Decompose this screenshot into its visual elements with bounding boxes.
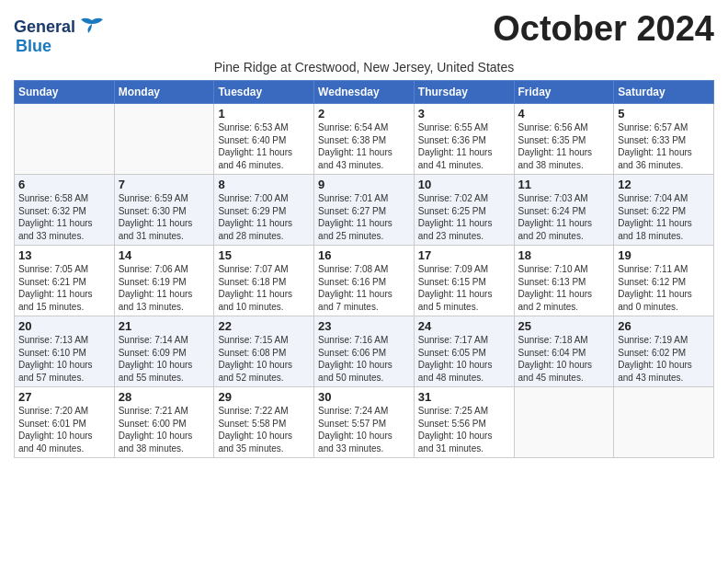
calendar-week-3: 13Sunrise: 7:05 AM Sunset: 6:21 PM Dayli… bbox=[15, 246, 714, 316]
day-number: 9 bbox=[318, 178, 410, 191]
calendar-week-4: 20Sunrise: 7:13 AM Sunset: 6:10 PM Dayli… bbox=[15, 316, 714, 387]
calendar-cell: 18Sunrise: 7:10 AM Sunset: 6:13 PM Dayli… bbox=[514, 246, 614, 316]
calendar-cell: 3Sunrise: 6:55 AM Sunset: 6:36 PM Daylig… bbox=[414, 104, 514, 175]
day-number: 28 bbox=[119, 390, 210, 404]
calendar-cell: 25Sunrise: 7:18 AM Sunset: 6:04 PM Dayli… bbox=[514, 316, 614, 387]
calendar-cell: 28Sunrise: 7:21 AM Sunset: 6:00 PM Dayli… bbox=[114, 387, 214, 458]
calendar-cell: 4Sunrise: 6:56 AM Sunset: 6:35 PM Daylig… bbox=[514, 104, 614, 175]
calendar-cell: 6Sunrise: 6:58 AM Sunset: 6:32 PM Daylig… bbox=[15, 175, 115, 246]
calendar-table: SundayMondayTuesdayWednesdayThursdayFrid… bbox=[14, 80, 714, 458]
day-info: Sunrise: 7:04 AM Sunset: 6:22 PM Dayligh… bbox=[618, 192, 710, 242]
calendar-cell: 29Sunrise: 7:22 AM Sunset: 5:58 PM Dayli… bbox=[214, 387, 314, 458]
day-info: Sunrise: 7:06 AM Sunset: 6:19 PM Dayligh… bbox=[119, 263, 210, 313]
calendar-cell: 19Sunrise: 7:11 AM Sunset: 6:12 PM Dayli… bbox=[614, 246, 714, 316]
calendar-cell bbox=[15, 104, 115, 175]
calendar-cell: 20Sunrise: 7:13 AM Sunset: 6:10 PM Dayli… bbox=[15, 316, 115, 387]
day-number: 5 bbox=[618, 107, 710, 121]
day-number: 7 bbox=[119, 178, 210, 191]
calendar-cell: 26Sunrise: 7:19 AM Sunset: 6:02 PM Dayli… bbox=[614, 316, 714, 387]
calendar-cell: 7Sunrise: 6:59 AM Sunset: 6:30 PM Daylig… bbox=[114, 175, 214, 246]
page-header: General Blue October 2024 bbox=[14, 9, 714, 56]
day-number: 30 bbox=[318, 390, 410, 404]
day-info: Sunrise: 7:19 AM Sunset: 6:02 PM Dayligh… bbox=[618, 334, 710, 384]
logo-blue: Blue bbox=[16, 37, 51, 56]
day-info: Sunrise: 6:56 AM Sunset: 6:35 PM Dayligh… bbox=[518, 121, 610, 171]
calendar-cell: 10Sunrise: 7:02 AM Sunset: 6:25 PM Dayli… bbox=[414, 175, 514, 246]
day-info: Sunrise: 7:10 AM Sunset: 6:13 PM Dayligh… bbox=[518, 263, 610, 313]
day-number: 29 bbox=[218, 390, 310, 404]
calendar-cell: 9Sunrise: 7:01 AM Sunset: 6:27 PM Daylig… bbox=[314, 175, 415, 246]
day-number: 21 bbox=[119, 319, 210, 333]
day-number: 22 bbox=[218, 319, 310, 333]
day-info: Sunrise: 7:15 AM Sunset: 6:08 PM Dayligh… bbox=[218, 334, 310, 384]
day-number: 25 bbox=[518, 319, 610, 333]
logo-bird-icon bbox=[79, 17, 105, 37]
day-info: Sunrise: 7:25 AM Sunset: 5:56 PM Dayligh… bbox=[418, 405, 510, 454]
day-number: 18 bbox=[518, 248, 610, 262]
day-number: 11 bbox=[518, 178, 610, 191]
calendar-cell bbox=[114, 104, 214, 175]
day-info: Sunrise: 7:02 AM Sunset: 6:25 PM Dayligh… bbox=[418, 192, 510, 242]
calendar-cell bbox=[514, 387, 614, 458]
calendar-cell: 5Sunrise: 6:57 AM Sunset: 6:33 PM Daylig… bbox=[614, 104, 714, 175]
day-number: 17 bbox=[418, 248, 510, 262]
calendar-cell: 23Sunrise: 7:16 AM Sunset: 6:06 PM Dayli… bbox=[314, 316, 415, 387]
calendar-cell: 13Sunrise: 7:05 AM Sunset: 6:21 PM Dayli… bbox=[15, 246, 115, 316]
day-header-monday: Monday bbox=[114, 81, 214, 104]
calendar-cell: 24Sunrise: 7:17 AM Sunset: 6:05 PM Dayli… bbox=[414, 316, 514, 387]
calendar-cell: 2Sunrise: 6:54 AM Sunset: 6:38 PM Daylig… bbox=[314, 104, 415, 175]
day-info: Sunrise: 7:08 AM Sunset: 6:16 PM Dayligh… bbox=[318, 263, 410, 313]
month-title: October 2024 bbox=[493, 9, 714, 49]
day-info: Sunrise: 7:00 AM Sunset: 6:29 PM Dayligh… bbox=[218, 192, 310, 242]
day-info: Sunrise: 7:11 AM Sunset: 6:12 PM Dayligh… bbox=[618, 263, 710, 313]
day-number: 10 bbox=[418, 178, 510, 191]
day-info: Sunrise: 7:03 AM Sunset: 6:24 PM Dayligh… bbox=[518, 192, 610, 242]
day-number: 13 bbox=[18, 248, 110, 262]
day-info: Sunrise: 6:57 AM Sunset: 6:33 PM Dayligh… bbox=[618, 121, 710, 171]
calendar-cell: 14Sunrise: 7:06 AM Sunset: 6:19 PM Dayli… bbox=[114, 246, 214, 316]
days-header: SundayMondayTuesdayWednesdayThursdayFrid… bbox=[15, 81, 714, 104]
day-info: Sunrise: 7:16 AM Sunset: 6:06 PM Dayligh… bbox=[318, 334, 410, 384]
calendar-cell: 17Sunrise: 7:09 AM Sunset: 6:15 PM Dayli… bbox=[414, 246, 514, 316]
day-number: 6 bbox=[18, 178, 110, 191]
calendar-week-2: 6Sunrise: 6:58 AM Sunset: 6:32 PM Daylig… bbox=[15, 175, 714, 246]
calendar-week-1: 1Sunrise: 6:53 AM Sunset: 6:40 PM Daylig… bbox=[15, 104, 714, 175]
calendar-cell: 31Sunrise: 7:25 AM Sunset: 5:56 PM Dayli… bbox=[414, 387, 514, 458]
day-number: 27 bbox=[18, 390, 110, 404]
subtitle: Pine Ridge at Crestwood, New Jersey, Uni… bbox=[14, 60, 714, 75]
day-number: 15 bbox=[218, 248, 310, 262]
day-info: Sunrise: 6:55 AM Sunset: 6:36 PM Dayligh… bbox=[418, 121, 510, 171]
day-info: Sunrise: 7:24 AM Sunset: 5:57 PM Dayligh… bbox=[318, 405, 410, 454]
day-info: Sunrise: 6:59 AM Sunset: 6:30 PM Dayligh… bbox=[119, 192, 210, 242]
logo: General Blue bbox=[14, 17, 105, 56]
day-header-saturday: Saturday bbox=[614, 81, 714, 104]
calendar-cell: 27Sunrise: 7:20 AM Sunset: 6:01 PM Dayli… bbox=[15, 387, 115, 458]
day-number: 2 bbox=[318, 107, 410, 121]
day-number: 23 bbox=[318, 319, 410, 333]
calendar-cell: 22Sunrise: 7:15 AM Sunset: 6:08 PM Dayli… bbox=[214, 316, 314, 387]
calendar-week-5: 27Sunrise: 7:20 AM Sunset: 6:01 PM Dayli… bbox=[15, 387, 714, 458]
calendar-cell: 16Sunrise: 7:08 AM Sunset: 6:16 PM Dayli… bbox=[314, 246, 415, 316]
day-info: Sunrise: 6:58 AM Sunset: 6:32 PM Dayligh… bbox=[18, 192, 110, 242]
day-info: Sunrise: 7:07 AM Sunset: 6:18 PM Dayligh… bbox=[218, 263, 310, 313]
logo-general: General bbox=[14, 17, 75, 37]
day-number: 1 bbox=[218, 107, 310, 121]
day-number: 19 bbox=[618, 248, 710, 262]
day-info: Sunrise: 7:01 AM Sunset: 6:27 PM Dayligh… bbox=[318, 192, 410, 242]
day-number: 12 bbox=[618, 178, 710, 191]
day-number: 26 bbox=[618, 319, 710, 333]
day-number: 8 bbox=[218, 178, 310, 191]
day-info: Sunrise: 7:20 AM Sunset: 6:01 PM Dayligh… bbox=[18, 405, 110, 454]
day-number: 24 bbox=[418, 319, 510, 333]
day-header-tuesday: Tuesday bbox=[214, 81, 314, 104]
day-info: Sunrise: 7:18 AM Sunset: 6:04 PM Dayligh… bbox=[518, 334, 610, 384]
day-info: Sunrise: 7:21 AM Sunset: 6:00 PM Dayligh… bbox=[119, 405, 210, 454]
day-number: 14 bbox=[119, 248, 210, 262]
day-info: Sunrise: 7:09 AM Sunset: 6:15 PM Dayligh… bbox=[418, 263, 510, 313]
day-number: 4 bbox=[518, 107, 610, 121]
day-info: Sunrise: 6:53 AM Sunset: 6:40 PM Dayligh… bbox=[218, 121, 310, 171]
calendar-cell bbox=[614, 387, 714, 458]
calendar-cell: 11Sunrise: 7:03 AM Sunset: 6:24 PM Dayli… bbox=[514, 175, 614, 246]
day-number: 3 bbox=[418, 107, 510, 121]
calendar-cell: 15Sunrise: 7:07 AM Sunset: 6:18 PM Dayli… bbox=[214, 246, 314, 316]
